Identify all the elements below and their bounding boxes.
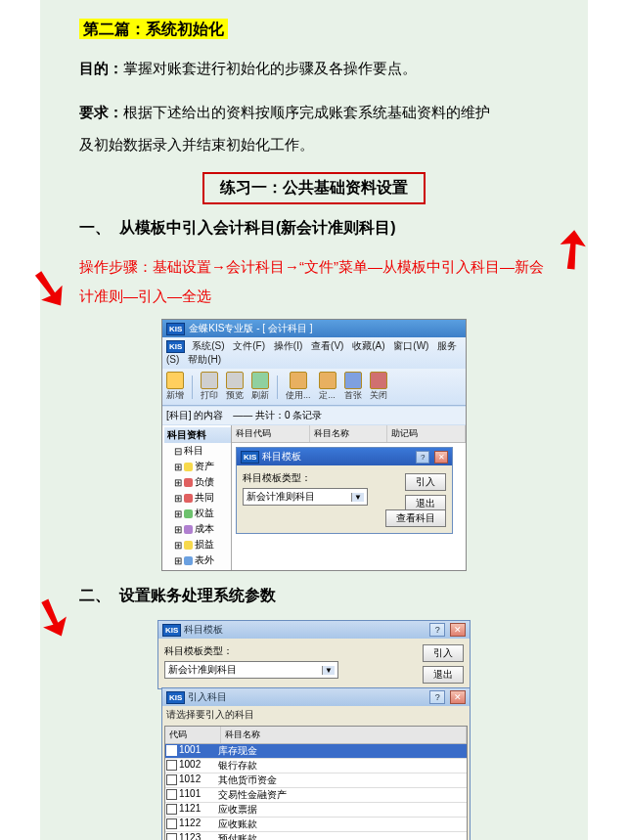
row-code: 1121 xyxy=(177,803,214,817)
chevron-down-icon: ▼ xyxy=(322,666,335,675)
purpose-line: 目的：掌握对账套进行初始化的步骤及各操作要点。 xyxy=(79,52,549,84)
close-icon[interactable]: ✕ xyxy=(434,451,448,464)
toolbar-new-button[interactable]: 新增 xyxy=(166,372,184,402)
help-icon[interactable]: ? xyxy=(416,451,429,464)
row-name: 库存现金 xyxy=(214,744,467,758)
app-logo-icon: KIS xyxy=(166,323,185,335)
tree-title: 科目资料 xyxy=(164,427,231,443)
requirement-line-1: 要求：根据下述给出的资料按顺序完成账套系统基础资料的维护 xyxy=(79,96,549,128)
menu-item[interactable]: 帮助(H) xyxy=(188,354,221,365)
menu-item[interactable]: 窗口(W) xyxy=(393,340,428,351)
requirement-line-2: 及初始数据录入并结束初始化工作。 xyxy=(79,128,549,160)
tree-node[interactable]: ⊞表外 xyxy=(164,553,231,568)
menu-item[interactable]: 查看(V) xyxy=(311,340,343,351)
window-titlebar: KIS 金蝶KIS专业版 - [ 会计科目 ] xyxy=(162,320,466,337)
template-type-select[interactable]: 新会计准则科目 ▼ xyxy=(164,661,338,679)
toolbar-print-button[interactable]: 打印 xyxy=(201,372,218,402)
dialog-titlebar: KIS 科目模板 ? ✕ xyxy=(237,448,452,465)
col-code: 科目代码 xyxy=(232,425,310,442)
section-2-number: 二、 xyxy=(79,587,111,603)
field-label: 科目模板类型： xyxy=(164,644,464,658)
dialog-titlebar: KIS 引入科目 ? ✕ xyxy=(162,688,470,706)
tree-node[interactable]: ⊞权益 xyxy=(164,506,231,521)
checkbox[interactable] xyxy=(166,804,177,815)
row-code: 1002 xyxy=(177,759,214,773)
tree-node[interactable]: ⊞成本 xyxy=(164,521,231,537)
close-icon[interactable]: ✕ xyxy=(450,690,466,704)
menu-item[interactable]: 文件(F) xyxy=(233,340,265,351)
menu-item[interactable]: 系统(S) xyxy=(192,340,224,351)
grid-header: 代码 科目名称 xyxy=(165,727,467,744)
document-page: ➘ ➚ ➘ 第二篇：系统初始化 目的：掌握对账套进行初始化的步骤及各操作要点。 … xyxy=(40,0,588,840)
screenshot-dialogs: KIS 科目模板 ? ✕ 科目模板类型： 新会计准则科目 ▼ 引入 退出 xyxy=(157,620,471,840)
toolbar-preview-button[interactable]: 预览 xyxy=(226,372,244,402)
import-button[interactable]: 引入 xyxy=(423,644,464,662)
tree-node[interactable]: ⊞损益 xyxy=(164,537,231,553)
select-value: 新会计准则科目 xyxy=(168,663,237,677)
template-dialog: KIS 科目模板 ? ✕ 科目模板类型： 新会计准则科目 ▼ 引入 退出 xyxy=(157,620,471,689)
col-name: 科目名称 xyxy=(221,727,467,743)
import-account-dialog: KIS 引入科目 ? ✕ 请选择要引入的科目 代码 科目名称 1001库存现金1… xyxy=(161,687,471,840)
help-icon[interactable]: ? xyxy=(429,690,445,704)
col-code: 代码 xyxy=(165,727,221,743)
table-row[interactable]: 1002银行存款 xyxy=(165,759,467,774)
grid-header: 科目代码 科目名称 助记码 xyxy=(232,425,466,443)
dialog-title: 引入科目 xyxy=(188,691,227,702)
table-row[interactable]: 1101交易性金融资产 xyxy=(165,788,467,803)
exercise-box-wrap: 练习一：公共基础资料设置 xyxy=(79,172,549,204)
help-icon[interactable]: ? xyxy=(429,623,445,637)
table-row[interactable]: 1121应收票据 xyxy=(165,803,467,818)
checkbox[interactable] xyxy=(166,760,177,771)
table-row[interactable]: 1012其他货币资金 xyxy=(165,774,467,788)
app-logo-icon: KIS xyxy=(162,624,181,637)
info-bar: [科目] 的内容 —— 共计：0 条记录 xyxy=(162,406,466,425)
row-name: 应收账款 xyxy=(214,818,467,831)
dialog-hint: 请选择要引入的科目 xyxy=(162,706,470,724)
table-row[interactable]: 1123预付账款 xyxy=(165,832,467,840)
toolbar-refresh-button[interactable]: 刷新 xyxy=(251,372,269,402)
chapter-heading: 第二篇：系统初始化 xyxy=(79,20,549,40)
app-logo-icon: KIS xyxy=(166,691,185,704)
row-name: 交易性金融资产 xyxy=(214,788,467,802)
menu-item[interactable]: 收藏(A) xyxy=(352,340,384,351)
row-code: 1122 xyxy=(177,818,214,831)
toolbar-button[interactable]: 定... xyxy=(319,372,336,402)
screenshot-app-window: KIS 金蝶KIS专业版 - [ 会计科目 ] KIS 系统(S) 文件(F) … xyxy=(161,319,467,571)
purpose-text: 掌握对账套进行初始化的步骤及各操作要点。 xyxy=(123,60,417,76)
close-icon[interactable]: ✕ xyxy=(450,623,466,637)
select-value: 新会计准则科目 xyxy=(247,490,315,504)
checkbox[interactable] xyxy=(166,833,177,840)
tree-node[interactable]: ⊞资产 xyxy=(164,459,231,474)
row-name: 应收票据 xyxy=(214,803,467,817)
template-type-select[interactable]: 新会计准则科目 ▼ xyxy=(243,488,368,506)
menu-item[interactable]: 操作(I) xyxy=(274,340,302,351)
checkbox[interactable] xyxy=(166,818,177,829)
chevron-down-icon: ▼ xyxy=(351,493,364,502)
tree-node[interactable]: ⊞负债 xyxy=(164,474,231,490)
import-button[interactable]: 引入 xyxy=(405,473,446,491)
app-logo-icon: KIS xyxy=(241,451,259,464)
toolbar-first-button[interactable]: 首张 xyxy=(344,372,362,402)
window-title: 金蝶KIS专业版 - [ 会计科目 ] xyxy=(189,322,312,335)
table-row[interactable]: 1122应收账款 xyxy=(165,818,467,832)
checkbox[interactable] xyxy=(166,774,177,785)
app-logo-icon: KIS xyxy=(166,340,185,353)
info-left: [科目] 的内容 xyxy=(166,409,223,422)
toolbar-button[interactable]: 使用... xyxy=(286,372,311,402)
table-row[interactable]: 1001库存现金 xyxy=(165,744,467,759)
row-code: 1123 xyxy=(177,832,214,840)
col-name: 科目名称 xyxy=(310,425,388,442)
toolbar: 新增 打印 预览 刷新 使用... 定... 首张 关闭 xyxy=(162,369,466,406)
exit-button[interactable]: 退出 xyxy=(423,666,464,684)
dialog-title: 科目模板 xyxy=(262,451,301,462)
section-2-heading: 二、 设置账务处理系统参数 xyxy=(79,586,549,606)
toolbar-close-button[interactable]: 关闭 xyxy=(370,372,387,402)
checkbox[interactable] xyxy=(166,745,177,756)
tree-node[interactable]: ⊞共同 xyxy=(164,490,231,506)
checkbox[interactable] xyxy=(166,789,177,800)
dialog-titlebar: KIS 科目模板 ? ✕ xyxy=(158,621,470,639)
row-code: 1101 xyxy=(177,788,214,802)
tree-root[interactable]: ⊟科目 xyxy=(164,443,231,459)
view-account-button[interactable]: 查看科目 xyxy=(385,509,446,527)
menu-bar: KIS 系统(S) 文件(F) 操作(I) 查看(V) 收藏(A) 窗口(W) … xyxy=(162,337,466,369)
